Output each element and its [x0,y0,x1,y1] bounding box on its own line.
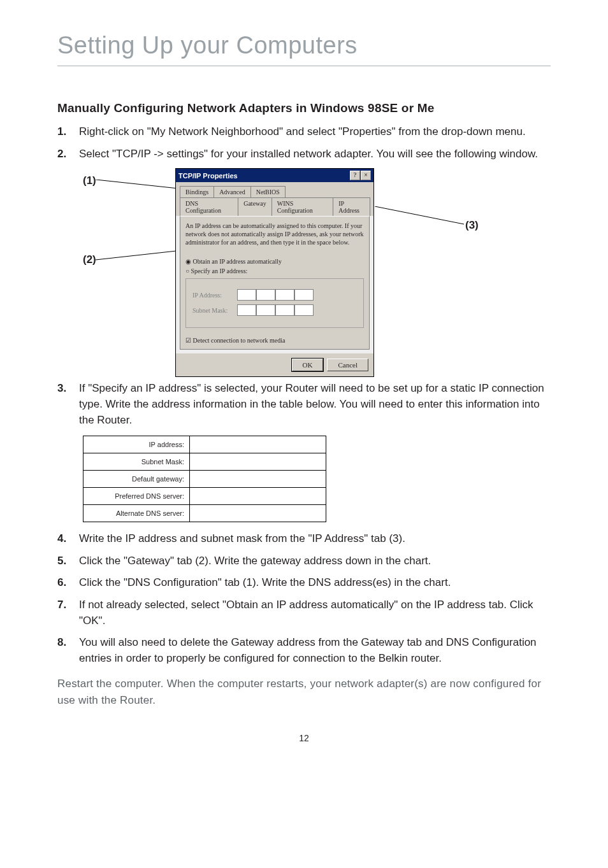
step-3: 3. If "Specify an IP address" is selecte… [57,381,551,428]
row-label-subnet: Subnet Mask: [83,453,190,470]
radio-specify-ip[interactable]: ○ Specify an IP address: [185,267,364,274]
row-label-adns: Alternate DNS server: [83,504,190,522]
ip-address-label: IP Address: [192,292,237,299]
row-label-gateway: Default gateway: [83,470,190,487]
address-info-table: IP address: Subnet Mask: Default gateway… [83,436,326,522]
tab-wins-configuration[interactable]: WINS Configuration [271,197,333,216]
step-text: Click the "Gateway" tab (2). Write the g… [79,553,551,569]
ip-input-group: IP Address: Subnet Mask: [185,278,364,328]
restart-note: Restart the computer. When the computer … [57,676,551,709]
page-number: 12 [57,733,551,743]
tab-dns-configuration[interactable]: DNS Configuration [180,197,238,216]
help-button[interactable]: ? [350,171,360,180]
step-7: 7.If not already selected, select "Obtai… [57,597,551,629]
row-value [190,470,326,487]
row-value [190,436,326,453]
step-text: Right-click on "My Network Neighborhood"… [79,124,551,140]
row-label-ip: IP address: [83,436,190,453]
step-text: If not already selected, select "Obtain … [79,597,551,629]
chapter-title: Setting Up your Computers [57,32,551,59]
row-value [190,453,326,470]
tcpip-properties-window: TCP/IP Properties ? × Bindings Advanced … [175,168,374,377]
panel-description: An IP address can be automatically assig… [185,222,364,246]
radio-obtain-auto-label: Obtain an IP address automatically [193,258,282,265]
tab-gateway[interactable]: Gateway [238,197,272,216]
callout-2: (2) [83,253,96,266]
tab-panel: An IP address can be automatically assig… [180,216,370,350]
step-number: 5. [57,553,79,569]
step-4: 4.Write the IP address and subnet mask f… [57,531,551,547]
callout-1: (1) [83,174,96,187]
table-row: Alternate DNS server: [83,504,326,522]
row-value [190,487,326,504]
tab-advanced[interactable]: Advanced [214,186,251,197]
cancel-button[interactable]: Cancel [327,359,368,371]
svg-line-1 [96,250,188,260]
svg-line-0 [96,180,178,189]
subnet-mask-label: Subnet Mask: [192,307,237,314]
step-6: 6.Click the "DNS Configuration" tab (1).… [57,575,551,591]
step-number: 3. [57,381,79,397]
tab-netbios[interactable]: NetBIOS [250,186,286,197]
step-text: Click the "DNS Configuration" tab (1). W… [79,575,551,591]
callout-3: (3) [465,219,479,232]
step-number: 4. [57,531,79,547]
section-heading: Manually Configuring Network Adapters in… [57,101,551,115]
detect-connection-label: Detect connection to network media [193,337,286,344]
row-value [190,504,326,522]
step-number: 1. [57,124,79,140]
tab-ip-address[interactable]: IP Address [333,197,370,216]
subnet-mask-input[interactable] [237,304,314,316]
step-number: 2. [57,146,79,162]
ok-button[interactable]: OK [292,359,324,371]
step-number: 8. [57,635,79,651]
step-text: Select "TCP/IP -> settings" for your ins… [79,146,551,162]
step-text: Write the IP address and subnet mask fro… [79,531,551,547]
window-titlebar: TCP/IP Properties ? × [176,169,373,182]
step-5: 5.Click the "Gateway" tab (2). Write the… [57,553,551,569]
step-text: If "Specify an IP address" is selected, … [79,381,551,428]
row-label-pdns: Preferred DNS server: [83,487,190,504]
table-row: Subnet Mask: [83,453,326,470]
table-row: Default gateway: [83,470,326,487]
radio-specify-ip-label: Specify an IP address: [191,267,248,274]
step-number: 6. [57,575,79,591]
step-text: You will also need to delete the Gateway… [79,635,551,666]
figure-tcpip-dialog: (1) (2) (3) TCP/IP Properties ? × Bindin… [83,168,551,372]
radio-obtain-auto[interactable]: ◉ Obtain an IP address automatically [185,258,282,265]
window-title: TCP/IP Properties [178,172,349,180]
step-1: 1. Right-click on "My Network Neighborho… [57,124,551,140]
detect-connection-checkbox[interactable]: ☑ Detect connection to network media [185,337,364,344]
divider [57,66,551,66]
table-row: IP address: [83,436,326,453]
table-row: Preferred DNS server: [83,487,326,504]
tab-bindings[interactable]: Bindings [180,186,214,197]
close-button[interactable]: × [361,171,371,180]
step-8: 8.You will also need to delete the Gatew… [57,635,551,666]
step-number: 7. [57,597,79,613]
svg-line-2 [375,206,464,224]
step-2: 2. Select "TCP/IP -> settings" for your … [57,146,551,162]
ip-address-input[interactable] [237,289,314,301]
